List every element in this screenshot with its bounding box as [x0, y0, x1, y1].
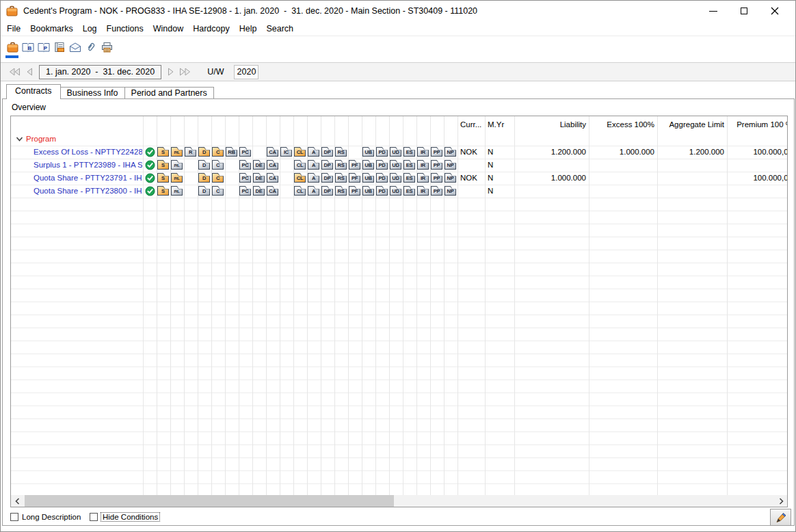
- period-range-field[interactable]: 1. jan. 2020 - 31. dec. 2020: [39, 65, 161, 79]
- condition-badge-es[interactable]: ES: [403, 173, 415, 183]
- condition-badge-de[interactable]: DE: [253, 173, 265, 183]
- menu-item-hardcopy[interactable]: Hardcopy: [188, 22, 235, 36]
- condition-badge-s[interactable]: S: [157, 186, 169, 196]
- condition-badge-ud[interactable]: UD: [390, 186, 401, 196]
- contract-label[interactable]: Quota Share - PTTY23791 - IHA: [34, 174, 142, 182]
- contract-label[interactable]: Quota Share - PTTY23800 - IHA: [34, 187, 142, 195]
- toolbar-document-list-button[interactable]: [53, 40, 66, 55]
- condition-badge-cl[interactable]: CL: [294, 160, 306, 170]
- tab-period-and-partners[interactable]: Period and Partners: [124, 87, 214, 98]
- condition-badge-np[interactable]: NP: [445, 173, 456, 183]
- condition-badge-pp[interactable]: PP: [431, 147, 442, 157]
- contract-row[interactable]: Surplus 1 - PTTY23989 - IHA SE-SP/LDCPCD…: [11, 159, 787, 172]
- condition-badge-np[interactable]: NP: [445, 186, 456, 196]
- condition-badge-d[interactable]: D: [198, 160, 210, 170]
- condition-badge-pl[interactable]: P/L: [171, 160, 183, 170]
- menu-item-log[interactable]: Log: [78, 22, 102, 36]
- condition-badge-d[interactable]: D: [198, 186, 210, 196]
- condition-badge-es[interactable]: ES: [403, 147, 415, 157]
- condition-badge-dp[interactable]: DP: [321, 173, 333, 183]
- condition-badge-dp[interactable]: DP: [321, 160, 333, 170]
- scrollbar-thumb[interactable]: [25, 495, 394, 507]
- condition-badge-a[interactable]: A: [308, 160, 319, 170]
- condition-badge-np[interactable]: NP: [445, 160, 456, 170]
- program-group-row[interactable]: Program: [11, 133, 787, 146]
- condition-badge-ud[interactable]: UD: [390, 173, 401, 183]
- edit-button[interactable]: [770, 509, 791, 526]
- condition-badge-c[interactable]: C: [212, 173, 224, 183]
- condition-badge-pp[interactable]: PP: [431, 173, 442, 183]
- menu-item-file[interactable]: File: [2, 22, 25, 36]
- first-period-button[interactable]: [9, 68, 21, 76]
- minimize-button[interactable]: [698, 1, 728, 21]
- condition-badge-pc[interactable]: PC: [239, 173, 251, 183]
- condition-badge-c[interactable]: C: [212, 147, 224, 157]
- toolbar-printer-button[interactable]: [101, 40, 113, 55]
- maximize-button[interactable]: [728, 1, 759, 21]
- next-period-button[interactable]: [168, 68, 174, 76]
- condition-badge-es[interactable]: ES: [403, 160, 415, 170]
- condition-badge-pc[interactable]: PC: [239, 160, 251, 170]
- condition-badge-rb[interactable]: RB: [226, 147, 237, 157]
- condition-badge-a[interactable]: A: [308, 147, 319, 157]
- contract-row[interactable]: Excess Of Loss - NPTTY22428ASP/LRDCRBPCC…: [11, 146, 787, 159]
- long-description-label[interactable]: Long Description: [22, 513, 81, 521]
- condition-badge-ub[interactable]: UB: [362, 160, 374, 170]
- scroll-left-button[interactable]: [11, 495, 23, 507]
- condition-badge-rs[interactable]: RS: [335, 147, 347, 157]
- condition-badge-s[interactable]: S: [157, 147, 169, 157]
- condition-badge-pp[interactable]: PP: [431, 160, 442, 170]
- condition-badge-de[interactable]: DE: [253, 186, 265, 196]
- condition-badge-ud[interactable]: UD: [390, 147, 401, 157]
- column-header-premium[interactable]: Premium 100 %: [727, 120, 788, 129]
- condition-badge-s[interactable]: S: [157, 160, 169, 170]
- condition-badge-dp[interactable]: DP: [321, 186, 333, 196]
- condition-badge-cl[interactable]: CL: [294, 147, 306, 157]
- close-button[interactable]: [759, 1, 790, 21]
- condition-badge-ca[interactable]: CA: [267, 186, 278, 196]
- condition-badge-ir[interactable]: IR: [417, 147, 429, 157]
- condition-badge-ub[interactable]: UB: [362, 147, 374, 157]
- condition-badge-ir[interactable]: IR: [417, 160, 429, 170]
- condition-badge-es[interactable]: ES: [403, 186, 415, 196]
- uw-year-field[interactable]: 2020: [234, 65, 258, 79]
- condition-badge-cl[interactable]: CL: [294, 173, 306, 183]
- condition-badge-d[interactable]: D: [198, 147, 210, 157]
- toolbar-briefcase-button[interactable]: [6, 40, 18, 55]
- condition-badge-ir[interactable]: IR: [417, 173, 429, 183]
- toolbar-envelope-button[interactable]: [69, 40, 81, 55]
- condition-badge-s[interactable]: S: [157, 173, 169, 183]
- contract-row[interactable]: Quota Share - PTTY23791 - IHASP/LDCPCDEC…: [11, 172, 787, 185]
- condition-badge-pf[interactable]: PF: [349, 186, 360, 196]
- contract-label[interactable]: Surplus 1 - PTTY23989 - IHA SE-: [34, 161, 142, 169]
- toolbar-book-p-button[interactable]: P: [38, 40, 50, 55]
- condition-badge-pf[interactable]: PF: [349, 173, 360, 183]
- condition-badge-a[interactable]: A: [308, 173, 319, 183]
- condition-badge-pl[interactable]: P/L: [171, 173, 183, 183]
- toolbar-book-b-button[interactable]: B: [22, 40, 34, 55]
- condition-badge-rs[interactable]: RS: [335, 173, 347, 183]
- column-header-aggregate-limit[interactable]: Aggregate Limit: [657, 120, 724, 129]
- condition-badge-pp[interactable]: PP: [431, 186, 442, 196]
- condition-badge-ir[interactable]: IR: [417, 186, 429, 196]
- toolbar-paperclip-button[interactable]: [85, 40, 97, 55]
- condition-badge-ca[interactable]: CA: [267, 147, 278, 157]
- condition-badge-pd[interactable]: PD: [376, 160, 388, 170]
- condition-badge-de[interactable]: DE: [253, 160, 265, 170]
- condition-badge-r[interactable]: R: [185, 147, 196, 157]
- hide-conditions-checkbox[interactable]: [90, 513, 98, 521]
- condition-badge-ca[interactable]: CA: [267, 173, 278, 183]
- menu-item-functions[interactable]: Functions: [102, 22, 148, 36]
- condition-badge-pl[interactable]: P/L: [171, 147, 183, 157]
- horizontal-scrollbar[interactable]: [11, 495, 787, 507]
- hide-conditions-label[interactable]: Hide Conditions: [101, 513, 159, 521]
- tab-contracts[interactable]: Contracts: [6, 84, 61, 99]
- condition-badge-pc[interactable]: PC: [239, 147, 251, 157]
- column-header-myr[interactable]: M.Yr: [488, 120, 504, 129]
- condition-badge-pf[interactable]: PF: [349, 160, 360, 170]
- condition-badge-pd[interactable]: PD: [376, 173, 388, 183]
- condition-badge-pd[interactable]: PD: [376, 186, 388, 196]
- condition-badge-dp[interactable]: DP: [321, 147, 333, 157]
- condition-badge-d[interactable]: D: [198, 173, 210, 183]
- menu-item-bookmarks[interactable]: Bookmarks: [25, 22, 78, 36]
